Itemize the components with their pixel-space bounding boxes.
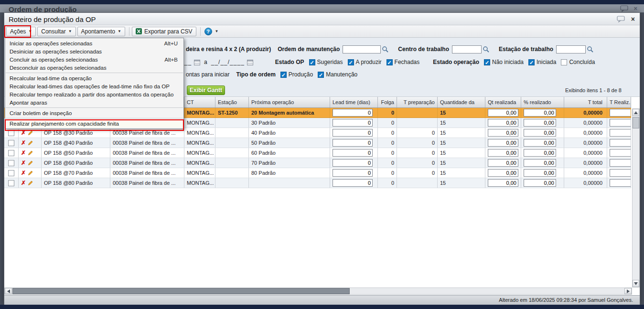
exibir-gantt-button[interactable]: Exibir Gantt [187,85,225,95]
lead-time-input[interactable] [333,129,373,137]
row-checkbox[interactable] [8,180,14,186]
qt-realizada-input[interactable] [488,119,518,127]
scroll-left-icon[interactable] [5,288,12,294]
header-lead-time[interactable]: Lead time (dias) [330,97,378,107]
export-csv-button[interactable]: Exportar para CSV [132,27,196,36]
close-icon[interactable]: × [631,15,635,23]
scroll-right-icon[interactable] [624,288,632,294]
delete-icon[interactable]: ✗ [21,149,26,156]
table-row[interactable]: ✗ OP 158 @80 Padrão 00038 Painel de fibr… [4,178,631,188]
lead-time-input[interactable] [333,159,373,167]
acoes-menu-button[interactable]: Ações ▼ [6,27,36,36]
pct-realizado-input[interactable] [524,109,556,117]
pct-realizado-input[interactable] [524,179,556,187]
menu-item-desconcluir-operacoes[interactable]: Desconcluir as operações selecionadas [5,64,183,72]
menu-item-criar-boletim-inspecao[interactable]: Criar boletim de inspeção [5,109,183,117]
lead-time-input[interactable] [333,109,373,117]
qt-realizada-input[interactable] [488,129,518,137]
menu-item-realizar-planejamento-capacidade-finita[interactable]: Realizar planejamento com capacidade fin… [5,119,183,128]
header-ct[interactable]: CT [184,97,215,107]
lead-time-input[interactable] [333,119,373,127]
search-icon[interactable] [587,46,593,53]
edit-icon[interactable] [28,130,33,136]
header-qt-realizada[interactable]: Qt realizada [485,97,521,107]
row-checkbox[interactable] [8,140,14,146]
centro-trabalho-input[interactable] [452,45,482,53]
qt-realizada-input[interactable] [488,149,518,157]
estacao-trabalho-input[interactable] [556,45,586,53]
header-t-total[interactable]: T total [564,97,607,107]
qt-realizada-input[interactable] [488,179,518,187]
edit-icon[interactable] [28,180,33,186]
row-checkbox[interactable] [8,170,14,176]
ordem-manutencao-input[interactable] [343,45,381,53]
checkbox-manutencao[interactable] [318,72,324,78]
edit-icon[interactable] [28,170,33,176]
table-row[interactable]: ✗ OP 158 @30 Padrão 00038 Painel de fibr… [4,128,631,138]
t-realizado-input[interactable] [610,179,631,187]
t-realizado-input[interactable] [610,169,631,177]
consultar-menu-button[interactable]: Consultar ▼ [37,27,75,36]
menu-item-recalcular-leadtimes-nao-fixo[interactable]: Recalcular lead-times das operações de l… [5,82,183,90]
header-t-preparacao[interactable]: T preparação [397,97,438,107]
pct-realizado-input[interactable] [524,169,556,177]
search-icon[interactable] [382,46,388,53]
header-folga[interactable]: Folga [378,97,397,107]
row-checkbox[interactable] [8,130,14,136]
menu-item-desiniciar-operacoes[interactable]: Desiniciar as operações selecionadas [5,47,183,55]
table-row[interactable]: ✗ OP 158 @50 Padrão 00038 Painel de fibr… [4,148,631,158]
scroll-down-icon[interactable] [633,280,639,287]
checkbox-a-produzir[interactable] [348,59,354,65]
delete-icon[interactable]: ✗ [21,139,26,146]
menu-item-recalcular-tempo-realizado[interactable]: Recalcular tempo realizado a partir dos … [5,90,183,98]
t-realizado-input[interactable] [610,109,631,117]
lead-time-input[interactable] [333,139,373,147]
calendar-icon[interactable] [194,59,200,65]
apontamento-menu-button[interactable]: Apontamento ▼ [77,27,125,36]
row-checkbox[interactable] [8,150,14,156]
menu-item-apontar-aparas[interactable]: Apontar aparas [5,98,183,107]
pct-realizado-input[interactable] [524,149,556,157]
table-row[interactable]: ✗ OP 158 @70 Padrão 00038 Painel de fibr… [4,168,631,178]
t-realizado-input[interactable] [610,149,631,157]
header-proxima-operacao[interactable]: Próxima operação [249,97,330,107]
row-checkbox[interactable] [8,160,14,166]
calendar-icon[interactable] [247,59,253,65]
t-realizado-input[interactable] [610,159,631,167]
menu-item-concluir-operacoes[interactable]: Concluir as operações selecionadasAlt+B [5,55,183,64]
t-realizado-input[interactable] [610,129,631,137]
delete-icon[interactable]: ✗ [21,129,26,136]
horizontal-scrollbar-thumb[interactable] [12,288,350,294]
qt-realizada-input[interactable] [488,109,518,117]
checkbox-producao[interactable] [280,72,287,78]
help-icon[interactable]: ? [204,28,212,35]
delete-icon[interactable]: ✗ [21,160,26,166]
pct-realizado-input[interactable] [524,139,556,147]
checkbox-concluida[interactable] [561,59,567,65]
menu-item-recalcular-leadtime[interactable]: Recalcular lead-time da operação [5,74,183,82]
header-t-realizado[interactable]: T Realiz... [607,97,631,107]
pct-realizado-input[interactable] [524,129,556,137]
qt-realizada-input[interactable] [488,159,518,167]
checkbox-fechadas[interactable] [386,59,393,65]
search-icon[interactable] [483,46,489,53]
vertical-scrollbar[interactable] [632,108,640,288]
qt-realizada-input[interactable] [488,169,518,177]
pct-realizado-input[interactable] [524,159,556,167]
table-row[interactable]: ✗ OP 158 @60 Padrão 00038 Painel de fibr… [4,158,631,168]
date-to-field[interactable]: __/__/____ [211,59,245,65]
header-quantidade[interactable]: Quantidade da [438,97,485,107]
qt-realizada-input[interactable] [488,139,518,147]
chevron-down-icon[interactable]: ▼ [215,29,219,33]
t-realizado-input[interactable] [610,139,631,147]
delete-icon[interactable]: ✗ [21,180,26,186]
lead-time-input[interactable] [333,169,373,177]
checkbox-iniciada[interactable] [528,59,535,65]
comment-icon[interactable] [617,16,625,22]
t-realizado-input[interactable] [610,119,631,127]
checkbox-sugeridas[interactable] [309,59,315,65]
checkbox-nao-iniciada[interactable] [484,59,490,65]
pct-realizado-input[interactable] [524,119,556,127]
lead-time-input[interactable] [333,149,373,157]
edit-icon[interactable] [28,140,33,146]
